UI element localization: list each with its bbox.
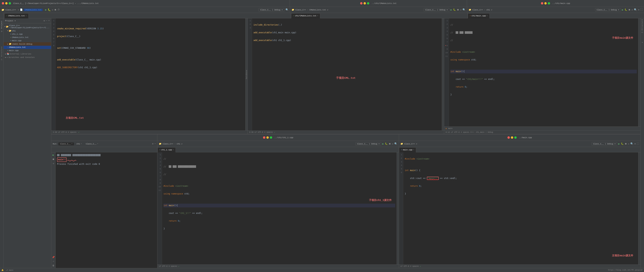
right-run-icon[interactable]: ▶ bbox=[622, 8, 623, 11]
right-code[interactable]: // // ██ ███ ██████ // #include <iostrea… bbox=[449, 18, 638, 126]
br-search-icon[interactable]: 🔍 bbox=[630, 142, 634, 145]
run-close-icon[interactable]: — bbox=[154, 142, 156, 145]
favorites-label[interactable]: ★ bbox=[642, 41, 643, 43]
main-cmake-tab[interactable]: ▪ CMakeLists.txt × bbox=[4, 13, 28, 18]
bottom-right-tab-close[interactable]: × bbox=[413, 149, 414, 151]
panel-hide-icon[interactable]: × bbox=[48, 20, 50, 22]
bc-tl-green[interactable] bbox=[270, 136, 272, 139]
right-settings-icon[interactable]: ⚙ bbox=[638, 8, 639, 11]
profile-icon[interactable]: ⏱ bbox=[58, 8, 60, 11]
run-clear-icon[interactable]: 🗑 bbox=[52, 264, 54, 267]
bc-run-config[interactable]: Class_C__ | Debug ▾ bbox=[356, 142, 381, 146]
right-debug-icon[interactable]: 🐛 bbox=[624, 8, 627, 11]
br-tl-yellow[interactable] bbox=[511, 136, 513, 139]
run-play-icon[interactable]: ▶ bbox=[52, 154, 54, 156]
traffic-red[interactable] bbox=[2, 2, 4, 4]
center-debug-icon[interactable]: 🐛 bbox=[453, 8, 456, 11]
project-label[interactable]: Class_C++ bbox=[6, 9, 16, 11]
run-class2-tab[interactable]: Class_C__ × bbox=[84, 142, 100, 145]
bottom-right-active-tab[interactable]: ▪ main.cpp × bbox=[399, 147, 416, 152]
tree-ch1-folder[interactable]: ▼ 📂 ch1 bbox=[4, 29, 51, 32]
right-expand-icon[interactable]: ⛶ bbox=[640, 8, 642, 11]
run-class-close[interactable]: × bbox=[72, 143, 72, 145]
tr-traffic-red[interactable] bbox=[541, 2, 543, 4]
bc-search-icon[interactable]: 🔍 bbox=[394, 142, 397, 145]
tc-traffic-green[interactable] bbox=[367, 2, 369, 4]
run-settings-icon[interactable]: ⚙ bbox=[152, 142, 154, 145]
stop-icon[interactable]: ⏹ bbox=[54, 8, 56, 11]
bc-tl-yellow[interactable] bbox=[266, 136, 269, 139]
br-run-config[interactable]: Class_C__ | Debug ▾ bbox=[592, 142, 617, 146]
run-class2-close[interactable]: × bbox=[97, 143, 98, 145]
br-expand-icon[interactable]: ⛶ bbox=[637, 142, 639, 145]
run-output[interactable]: ▓▓ ▓▓▓▓▓▓▓▓ ▓▓▓▓▓▓▓▓▓▓▓▓▓▓▓▓▓▓▓▓▓▓ main!… bbox=[56, 152, 157, 268]
right-main-tab-close[interactable]: × bbox=[486, 15, 488, 17]
br-code[interactable]: #include <iostream> int main() { std::co… bbox=[403, 152, 638, 264]
right-stop-icon[interactable]: ⏹ bbox=[628, 8, 630, 11]
run-icon[interactable]: ▶ bbox=[45, 8, 46, 11]
bottom-center-tab-close[interactable]: × bbox=[173, 149, 174, 151]
center-project-label[interactable]: Class_C++ bbox=[296, 9, 306, 11]
right-run-config[interactable]: Class_C__ | Debug ▾ bbox=[595, 8, 621, 12]
bc-stop-icon[interactable]: ⏹ bbox=[389, 142, 391, 145]
run-class-tab[interactable]: Class_C__ × bbox=[58, 142, 74, 145]
traffic-green[interactable] bbox=[9, 2, 11, 4]
center-code[interactable]: include_directories(.) add_executable(ch… bbox=[252, 18, 442, 130]
run-pin-icon[interactable]: 📌 bbox=[52, 256, 55, 259]
panel-collapse-icon[interactable]: — bbox=[46, 20, 47, 22]
structure-activity-label[interactable]: 2: Structure bbox=[0, 45, 3, 62]
tree-scratches[interactable]: ▶ ✏ Scratches and Consoles bbox=[4, 56, 51, 59]
bc-reload-icon[interactable]: ↺ bbox=[392, 142, 393, 145]
search-icon[interactable]: 🔍 bbox=[286, 8, 288, 11]
bc-debug-icon[interactable]: 🐛 bbox=[385, 142, 388, 145]
br-settings-icon[interactable]: ⚙ bbox=[634, 142, 636, 145]
tree-cmake-selected[interactable]: ▪ CMakeLists.txt bbox=[4, 46, 51, 49]
bc-tl-red[interactable] bbox=[263, 136, 265, 139]
debug-icon[interactable]: 🐛 bbox=[48, 8, 51, 11]
right-main-tab[interactable]: ▪ ch1/main.cpp × bbox=[468, 13, 490, 18]
bc-code[interactable]: // // ██ ███ ██████████████ // #include … bbox=[162, 152, 397, 264]
tree-build-folder[interactable]: ▶ 📁 cmake-build-debug bbox=[4, 42, 51, 46]
right-reload-icon[interactable]: ↺ bbox=[632, 8, 633, 11]
panel-settings-icon[interactable]: ⚙ bbox=[44, 20, 45, 22]
bc-ch1-label[interactable]: ch1 bbox=[177, 143, 180, 145]
tr-traffic-green[interactable] bbox=[548, 2, 550, 4]
center-cmake-tab-close[interactable]: × bbox=[317, 15, 318, 17]
tree-main-cpp[interactable]: ▪ main.cpp bbox=[4, 49, 51, 52]
center-search-icon[interactable]: 🔍 bbox=[462, 8, 466, 11]
bc-project-label[interactable]: Class_C++ bbox=[162, 143, 173, 145]
tc-traffic-yellow[interactable] bbox=[364, 2, 366, 4]
center-run-config[interactable]: Class_C__ | Debug ▾ bbox=[424, 8, 449, 12]
br-run-icon[interactable]: ▶ bbox=[618, 142, 620, 145]
center-stop-icon[interactable]: ⏹ bbox=[457, 8, 459, 11]
tree-ch1-cmake[interactable]: ▪ CMakeLists.txt bbox=[4, 36, 51, 39]
run-wrap-icon[interactable]: ⏎ bbox=[53, 260, 54, 263]
right-ch1-label[interactable]: ch1 bbox=[486, 9, 490, 11]
main-cmake-tab-close[interactable]: × bbox=[26, 15, 26, 17]
right-project-label[interactable]: Class_C++ bbox=[472, 9, 483, 11]
run-ch1-tab[interactable]: ch1 × bbox=[75, 142, 83, 145]
cmake-tab-active[interactable]: CMakeLists.txt bbox=[24, 9, 42, 11]
br-tl-green[interactable] bbox=[514, 136, 517, 139]
main-code[interactable]: cmake_minimum_required(VERSION 3.15) pro… bbox=[56, 18, 245, 130]
center-reload-icon[interactable]: ↺ bbox=[460, 8, 462, 11]
z-structure-label[interactable]: Z-Structure bbox=[641, 19, 643, 33]
tree-root[interactable]: ▼ 📂 Class_C++ ~/Developer/CLionProjects/… bbox=[4, 24, 51, 29]
bc-run-icon[interactable]: ▶ bbox=[382, 142, 384, 145]
tree-external-libs[interactable]: ▶ 📚 External Libraries bbox=[4, 52, 51, 56]
traffic-yellow[interactable] bbox=[5, 2, 8, 4]
bottom-center-active-tab[interactable]: ▪ ch1_1.cpp × bbox=[158, 147, 176, 152]
br-reload-icon[interactable]: ↺ bbox=[628, 142, 629, 145]
br-tl-red[interactable] bbox=[508, 136, 510, 139]
run-ch1-close[interactable]: × bbox=[81, 143, 82, 145]
tree-ch1-main[interactable]: ▪ main.cpp bbox=[4, 39, 51, 42]
br-stop-icon[interactable]: ⏹ bbox=[625, 142, 627, 145]
reload-icon[interactable]: ↺ bbox=[52, 8, 53, 11]
center-ch1-label[interactable]: CMakeLists.txt bbox=[310, 9, 326, 11]
br-project-label[interactable]: Class_C++ bbox=[404, 143, 415, 145]
tree-ch1-1-cpp[interactable]: ▪ ch1_1.cpp bbox=[4, 32, 51, 36]
tr-traffic-yellow[interactable] bbox=[544, 2, 547, 4]
br-debug-icon[interactable]: 🐛 bbox=[621, 142, 624, 145]
center-cmake-tab[interactable]: ▪ ch1/CMakeLists.txt × bbox=[291, 13, 320, 18]
project-activity-label[interactable]: 1: Project bbox=[0, 19, 3, 34]
